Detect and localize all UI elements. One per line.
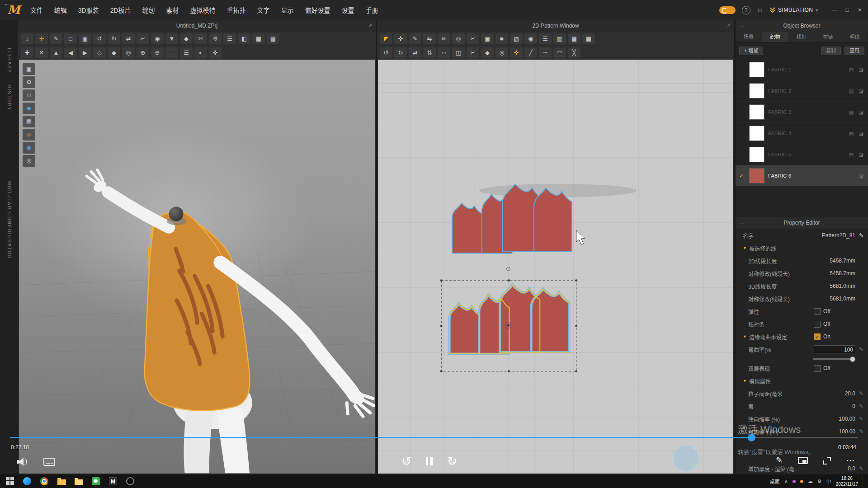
viewport-3d[interactable]: ▣⚙☺☻▦☺◉◎: [19, 60, 375, 474]
list-item[interactable]: ✓ FABRIC 2 ▤ ◪: [736, 80, 868, 102]
picture-in-picture-icon[interactable]: [798, 457, 808, 464]
fabric-swatch[interactable]: [749, 147, 764, 162]
toolbar-icon[interactable]: ☰: [180, 47, 193, 58]
toolbar-icon[interactable]: ▣: [79, 33, 91, 44]
checkbox-off[interactable]: [814, 308, 821, 315]
menu-item[interactable]: 显示: [281, 5, 294, 14]
toolbar-icon[interactable]: ◎: [452, 33, 465, 44]
toolbar-icon[interactable]: ▼: [165, 33, 178, 44]
sheet-icon[interactable]: ▤: [848, 152, 854, 158]
more-options-icon[interactable]: ⋯: [846, 455, 854, 465]
fabric-swatch[interactable]: [749, 126, 764, 141]
tab-button[interactable]: 纽扣: [788, 32, 815, 42]
list-item[interactable]: ✓ FABRIC 5 ▤ ◪: [736, 144, 868, 165]
pin-icon[interactable]: ◪: [858, 173, 864, 179]
toolbar-icon[interactable]: ✂: [467, 33, 479, 44]
tab-fabric[interactable]: 织物: [762, 32, 789, 42]
pin-icon[interactable]: ◪: [858, 67, 864, 73]
toolbar-icon[interactable]: ◐: [194, 47, 207, 58]
checkbox-off[interactable]: [814, 365, 821, 372]
section-selected-lines[interactable]: ▼ 被选择的线: [736, 242, 868, 254]
taskbar-item-folder[interactable]: [57, 477, 66, 486]
fabric-swatch[interactable]: [749, 83, 764, 99]
subtitles-icon[interactable]: [43, 458, 55, 466]
help-icon[interactable]: ?: [742, 6, 750, 14]
toolbar-icon[interactable]: ✂: [467, 47, 479, 58]
fabric-swatch[interactable]: [749, 62, 764, 77]
toolbar-icon[interactable]: ◧: [238, 33, 250, 44]
sidebar-item-history[interactable]: HISTORY: [7, 84, 12, 111]
minimize-button[interactable]: —: [829, 0, 840, 20]
taskbar-item-wechat[interactable]: [91, 477, 100, 486]
pattern-canvas[interactable]: [378, 60, 733, 474]
menu-item[interactable]: 偏好设置: [305, 5, 330, 14]
keyframe-pencil-icon[interactable]: ✎: [858, 416, 864, 422]
input-method-indicator[interactable]: 中: [826, 478, 831, 485]
menu-item[interactable]: 编辑: [54, 5, 67, 14]
tray-settings-icon[interactable]: ⚙: [817, 479, 822, 484]
curvature-input[interactable]: 100: [814, 345, 855, 353]
toolbar-icon[interactable]: ↺: [93, 33, 106, 44]
toolbar-icon[interactable]: ◫: [452, 47, 465, 58]
avatar-mode-icon[interactable]: ▣: [23, 63, 35, 75]
tray-cloud-icon[interactable]: ☁: [808, 479, 813, 484]
menu-item[interactable]: 重拓扑: [227, 5, 246, 14]
pin-icon[interactable]: ◪: [858, 131, 864, 136]
toolbar-icon[interactable]: ⇆: [423, 33, 436, 44]
avatar-mode-icon[interactable]: ◎: [23, 155, 35, 167]
toolbar-icon[interactable]: ↻: [394, 47, 407, 58]
name-value[interactable]: Pattern2D_81: [822, 232, 855, 239]
toolbar-icon[interactable]: ◀: [64, 47, 77, 58]
tab-scene[interactable]: 场景: [736, 32, 762, 42]
pause-button[interactable]: [426, 455, 433, 468]
checkbox-on[interactable]: ✓: [814, 333, 821, 340]
sheet-icon[interactable]: ▤: [848, 109, 854, 115]
property-value[interactable]: 100.00: [839, 416, 855, 422]
toolbar-icon[interactable]: ◉: [151, 33, 164, 44]
pin-icon[interactable]: ◪: [858, 109, 864, 115]
toolbar-icon[interactable]: ↓: [21, 33, 33, 44]
popout-icon[interactable]: ↗: [726, 20, 731, 32]
keyframe-pencil-icon[interactable]: ✎: [858, 346, 864, 352]
toolbar-icon[interactable]: ◆: [108, 47, 120, 58]
toolbar-icon[interactable]: ┄: [539, 47, 552, 58]
toolbar-icon[interactable]: ▧: [510, 33, 523, 44]
fabric-swatch[interactable]: [749, 168, 764, 183]
menu-item[interactable]: 3D服装: [78, 5, 99, 14]
taskbar-clock[interactable]: 18:26 2022/11/17: [836, 475, 858, 487]
tray-expand-icon[interactable]: ∧: [784, 479, 788, 484]
toolbar-icon[interactable]: ▲: [50, 47, 62, 58]
toolbar-icon[interactable]: □: [64, 33, 77, 44]
annotate-pencil-icon[interactable]: ✎: [776, 455, 783, 465]
back-arrow-icon[interactable]: ←: [4, 0, 9, 7]
maximize-button[interactable]: □: [842, 0, 853, 20]
toolbar-icon[interactable]: ↺: [380, 47, 392, 58]
desktop-toolbar-label[interactable]: 桌面: [770, 478, 780, 485]
toolbar-icon[interactable]: ✜: [209, 47, 222, 58]
tab-topstitch[interactable]: 明线: [841, 32, 868, 42]
toolbar-icon[interactable]: ╱: [524, 47, 537, 58]
toolbar-icon[interactable]: ▦: [582, 33, 595, 44]
copy-button[interactable]: 复制: [821, 47, 841, 55]
tray-app-icon[interactable]: [800, 480, 803, 483]
section-curvature[interactable]: ▼ 边缘弯曲率设定 ✓ On: [736, 330, 868, 343]
keyframe-pencil-icon[interactable]: ✎: [858, 428, 864, 435]
toolbar-icon[interactable]: ◇: [93, 47, 106, 58]
toolbar-icon[interactable]: ⇄: [409, 47, 421, 58]
toolbar-icon[interactable]: ▶: [79, 47, 91, 58]
menu-item[interactable]: 手册: [366, 5, 378, 14]
list-item[interactable]: ✓ FABRIC 4 ▤ ◪: [736, 123, 868, 144]
property-value[interactable]: 0.0: [848, 465, 855, 472]
toolbar-icon[interactable]: ▥: [553, 33, 566, 44]
toolbar-icon[interactable]: ◎: [122, 47, 135, 58]
taskbar-item-recorder[interactable]: [126, 477, 135, 486]
fullscreen-icon[interactable]: [823, 457, 831, 465]
toolbar-icon[interactable]: ✜: [510, 47, 523, 58]
keyframe-pencil-icon[interactable]: ✎: [858, 465, 864, 472]
menu-item[interactable]: 文字: [257, 5, 270, 14]
orange-pill-badge[interactable]: [719, 6, 736, 14]
toolbar-icon[interactable]: ✚: [21, 47, 33, 58]
section-simulation-properties[interactable]: ▼ 模拟属性: [736, 375, 868, 387]
tray-app-icon[interactable]: [793, 480, 796, 483]
avatar-mode-icon[interactable]: ☺: [23, 89, 35, 101]
